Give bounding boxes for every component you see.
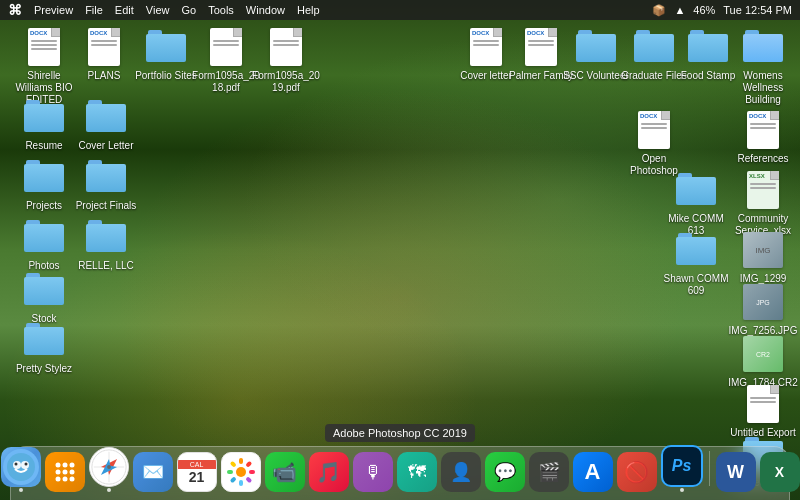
svg-rect-30 [229,461,236,468]
icon-cover-letter[interactable]: Cover Letter [70,97,142,152]
facetime-icon: 📹 [265,452,305,492]
icon-label: Project Finals [76,200,137,212]
icon-untitled-export[interactable]: Untitled Export [727,384,799,439]
photos-icon [221,452,261,492]
menu-file[interactable]: File [85,4,103,16]
word-icon: W [716,452,756,492]
no-entry-icon: 🚫 [617,452,657,492]
dock-podcast[interactable]: 🎙 [353,452,393,492]
svg-point-5 [24,463,27,466]
dock-no-entry[interactable]: 🚫 [617,452,657,492]
desktop-icons: DOCX Shirelle Williams BIO EDITED DOCX [0,22,800,455]
dock-word[interactable]: W [716,452,756,492]
icon-label: Portfolio Sites [135,70,197,82]
menu-app-name[interactable]: Preview [34,4,73,16]
svg-point-6 [55,463,60,468]
imovie-icon: 🎬 [529,452,569,492]
messages-icon: 💬 [485,452,525,492]
menu-tools[interactable]: Tools [208,4,234,16]
icon-womens-wellness[interactable]: Womens Wellness Building [727,27,799,106]
dock-appstore[interactable]: A [573,452,613,492]
icon-shawn-comm-609[interactable]: Shawn COMM 609 [660,230,732,297]
dock-tooltip: Adobe Photoshop CC 2019 [325,424,475,442]
svg-point-11 [69,470,74,475]
dropbox-icon[interactable]: 📦 [652,4,666,17]
dock-photos[interactable] [221,452,261,492]
svg-point-8 [69,463,74,468]
dock-excel[interactable]: X [760,452,800,492]
svg-point-1 [7,453,35,481]
dock-separator [709,451,710,486]
icon-label: Resume [25,140,62,152]
podcast-icon: 🎙 [353,452,393,492]
icon-community-service[interactable]: XLSX Community Service .xlsx [727,170,799,237]
svg-rect-24 [245,461,252,468]
dock-items: ✉️ CAL 21 [0,445,800,496]
svg-rect-29 [227,470,233,474]
excel-icon: X [760,452,800,492]
icon-label: References [737,153,788,165]
icon-label: Form1095a_2019.pdf [251,70,321,94]
finder-icon [1,447,41,487]
icon-img-7256[interactable]: JPG IMG_7256.JPG [727,282,799,337]
appstore-icon: A [573,452,613,492]
dock-mail[interactable]: ✉️ [133,452,173,492]
menu-help[interactable]: Help [297,4,320,16]
svg-point-9 [55,470,60,475]
menu-go[interactable]: Go [181,4,196,16]
dock-facetime[interactable]: 📹 [265,452,305,492]
icon-stock[interactable]: Stock [8,270,80,325]
icon-mike-comm-613[interactable]: Mike COMM 613 [660,170,732,237]
dock-contacts[interactable]: 👤 [441,452,481,492]
menubar-right: 📦 ▲ 46% Tue 12:54 PM [652,4,792,17]
icon-label: Cover Letter [78,140,133,152]
svg-point-10 [62,470,67,475]
svg-point-13 [62,477,67,482]
dock-finder[interactable] [1,447,41,492]
launchpad-icon [45,452,85,492]
svg-point-7 [62,463,67,468]
icon-label: Projects [26,200,62,212]
dock-music[interactable]: 🎵 [309,452,349,492]
icon-references[interactable]: DOCX References [727,110,799,165]
menubar: ⌘ Preview File Edit View Go Tools Window… [0,0,800,20]
icon-relle-llc[interactable]: RELLE, LLC [70,217,142,272]
svg-rect-28 [229,476,236,483]
contacts-icon: 👤 [441,452,481,492]
svg-rect-26 [245,476,252,483]
apple-menu[interactable]: ⌘ [8,2,22,18]
wifi-icon[interactable]: ▲ [674,4,685,16]
dock-maps[interactable]: 🗺 [397,452,437,492]
icon-project-finals[interactable]: Project Finals [70,157,142,212]
svg-point-14 [69,477,74,482]
menu-view[interactable]: View [146,4,170,16]
menubar-left: ⌘ Preview File Edit View Go Tools Window… [8,2,652,18]
icon-label: PLANS [88,70,121,82]
calendar-icon: CAL 21 [177,452,217,492]
dock-item-dot [107,488,111,492]
desktop: ⌘ Preview File Edit View Go Tools Window… [0,0,800,500]
icon-img-1784[interactable]: CR2 IMG_1784.CR2 [727,334,799,389]
menu-edit[interactable]: Edit [115,4,134,16]
mail-icon: ✉️ [133,452,173,492]
maps-icon: 🗺 [397,452,437,492]
svg-rect-25 [249,470,255,474]
icon-form1095-2019[interactable]: Form1095a_2019.pdf [250,27,322,94]
dock-imovie[interactable]: 🎬 [529,452,569,492]
dock-photoshop[interactable]: Ps [661,445,703,492]
battery-indicator: 46% [693,4,715,16]
svg-point-21 [107,465,111,469]
icon-label: Pretty Stylez [16,363,72,375]
svg-point-4 [14,463,17,466]
icon-img-1299[interactable]: IMG IMG_1299 [727,230,799,285]
dock-safari[interactable] [89,447,129,492]
dock-item-dot [19,488,23,492]
music-icon: 🎵 [309,452,349,492]
dock-messages[interactable]: 💬 [485,452,525,492]
dock-calendar[interactable]: CAL 21 [177,452,217,492]
icon-pretty-stylez[interactable]: Pretty Stylez [8,320,80,375]
icon-open-photoshop[interactable]: DOCX Open Photoshop [618,110,690,177]
dock-launchpad[interactable] [45,452,85,492]
menu-window[interactable]: Window [246,4,285,16]
safari-icon [89,447,129,487]
